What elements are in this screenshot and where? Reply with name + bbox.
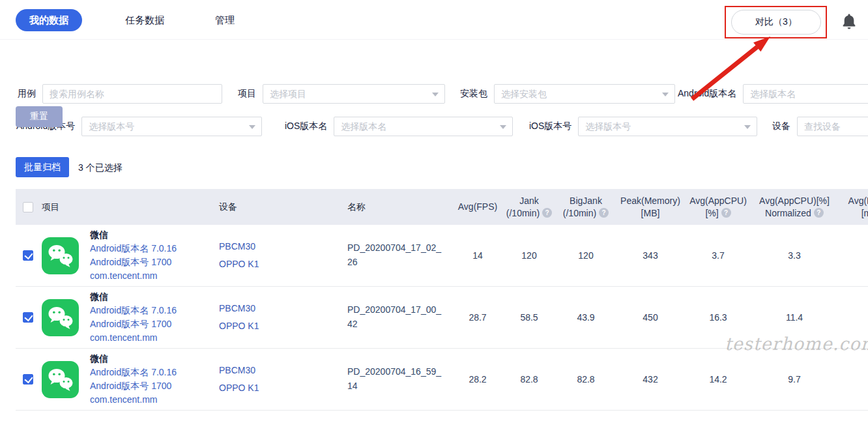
record-name-link[interactable]: PD_20200704_17_00_42 (347, 303, 452, 331)
app-title: 微信 (90, 352, 177, 366)
device-name: OPPO K1 (219, 379, 347, 397)
filter-device: 设备 (772, 117, 868, 136)
wechat-app-icon (42, 361, 79, 398)
header-metric: Avg(FPS) (452, 195, 504, 220)
metric-value: 450 (617, 312, 684, 323)
metric-value: 120 (555, 250, 617, 261)
device-cell: PBCM30 OPPO K1 (219, 300, 347, 334)
bell-icon[interactable] (841, 13, 857, 30)
tab-manage[interactable]: 管理 (215, 14, 235, 27)
results-table: 项目 设备 名称 Avg(FPS)Jank(/10min)?BigJank(/1… (16, 189, 868, 421)
metric-value: 16.3 (684, 312, 753, 323)
row-checkbox[interactable] (23, 374, 33, 385)
metric-value: 14 (452, 250, 504, 261)
android-version-code-select[interactable] (81, 117, 262, 136)
metric-value: 28.7 (452, 312, 504, 323)
app-version-name: Android版本名 7.0.16 (90, 366, 177, 379)
ios-version-name-select[interactable] (334, 117, 513, 136)
device-model: PBCM30 (219, 238, 347, 255)
table-row: 微信 Android版本名 7.0.16 Android版本号 1700 com… (16, 349, 868, 411)
filter-android-version-name: Android版本名 (678, 84, 868, 104)
filter-package: 安装包 (460, 84, 675, 104)
help-icon[interactable]: ? (721, 208, 731, 218)
header-metric: Peak(Memory)[MB] (617, 195, 684, 220)
ios-version-code-select[interactable] (578, 117, 757, 136)
filter-project-label: 项目 (238, 88, 256, 100)
wechat-app-icon (42, 299, 79, 336)
metric-value: 14.2 (684, 374, 753, 385)
metric-value: 28.2 (452, 374, 504, 385)
record-name-link[interactable]: PD_20200704_16_59_14 (347, 365, 452, 393)
navbar: 我的数据 任务数据 管理 对比（3） (0, 0, 868, 40)
app-version-code: Android版本号 1700 (90, 379, 177, 393)
metric-value: 43.9 (555, 312, 617, 323)
filter-package-label: 安装包 (460, 88, 487, 100)
metric-value: - (836, 374, 868, 385)
usecase-search-input[interactable] (42, 84, 222, 104)
help-icon[interactable]: ? (599, 208, 609, 218)
header-metric: Avg(Power)[mW] (836, 195, 868, 220)
device-model: PBCM30 (219, 362, 347, 379)
row-checkbox[interactable] (23, 312, 33, 323)
batch-archive-button[interactable]: 批量归档 (16, 157, 69, 177)
header-checkbox-cell (16, 202, 42, 212)
metric-value: 432 (617, 374, 684, 385)
help-icon[interactable]: ? (814, 208, 824, 218)
device-name: OPPO K1 (219, 255, 347, 273)
header-project: 项目 (42, 201, 219, 213)
device-search-input[interactable] (797, 117, 868, 136)
metric-value: - (836, 250, 868, 261)
app-package: com.tencent.mm (90, 393, 177, 407)
app-package: com.tencent.mm (90, 331, 177, 345)
table-row-partial: 微信 (16, 411, 868, 421)
row-checkbox[interactable] (23, 250, 33, 261)
header-metric: Avg(AppCPU)[%]Normalized? (753, 195, 836, 220)
header-name: 名称 (347, 201, 452, 213)
filter-device-label: 设备 (772, 121, 790, 132)
android-version-name-input[interactable] (743, 84, 868, 104)
metric-value: 82.8 (504, 374, 555, 385)
filter-android-version-name-label: Android版本名 (678, 88, 736, 100)
app-version-code: Android版本号 1700 (90, 317, 177, 331)
device-cell: PBCM30 OPPO K1 (219, 238, 347, 272)
filter-ios-version-name: iOS版本名 (285, 117, 513, 136)
metric-value: 3.7 (684, 250, 753, 261)
app-title: 微信 (90, 290, 177, 304)
app-version-name: Android版本名 7.0.16 (90, 304, 177, 317)
wechat-app-icon (42, 237, 79, 274)
header-metric: BigJank(/10min)? (555, 195, 617, 220)
device-name: OPPO K1 (219, 317, 347, 335)
package-select[interactable] (494, 84, 675, 104)
device-model: PBCM30 (219, 300, 347, 317)
metric-value: 11.4 (753, 312, 836, 323)
filter-panel: 用例 项目 安装包 Android版本名 Andr (0, 40, 868, 144)
record-name-link[interactable]: PD_20200704_17_02_26 (347, 241, 452, 269)
project-select[interactable] (263, 84, 445, 104)
table-toolbar: 批量归档 3 个已选择 (0, 150, 868, 182)
selected-count: 3 个已选择 (78, 162, 123, 174)
metric-value: 58.5 (504, 312, 555, 323)
help-icon[interactable]: ? (542, 208, 552, 218)
table-row: 微信 Android版本名 7.0.16 Android版本号 1700 com… (16, 225, 868, 287)
app-version-code: Android版本号 1700 (90, 255, 177, 269)
metric-value: - (836, 312, 868, 323)
app-package: com.tencent.mm (90, 269, 177, 283)
filter-usecase: 用例 (18, 84, 222, 104)
filter-usecase-label: 用例 (18, 88, 36, 100)
table-header-row: 项目 设备 名称 Avg(FPS)Jank(/10min)?BigJank(/1… (16, 189, 868, 225)
header-metric: Avg(AppCPU)[%]? (684, 195, 753, 220)
metric-value: 343 (617, 250, 684, 261)
select-all-checkbox[interactable] (23, 202, 33, 212)
table-row: 微信 Android版本名 7.0.16 Android版本号 1700 com… (16, 287, 868, 349)
tab-my-data[interactable]: 我的数据 (16, 9, 82, 31)
filter-ios-version-code-label: iOS版本号 (529, 121, 571, 132)
device-cell: PBCM30 OPPO K1 (219, 362, 347, 396)
app-version-name: Android版本名 7.0.16 (90, 242, 177, 255)
compare-button[interactable]: 对比（3） (731, 10, 821, 35)
tab-task-data[interactable]: 任务数据 (125, 14, 164, 27)
metric-value: 82.8 (555, 374, 617, 385)
reset-button[interactable]: 重置 (16, 106, 63, 127)
metric-value: 120 (504, 250, 555, 261)
header-metric: Jank(/10min)? (504, 195, 555, 220)
header-device: 设备 (219, 201, 347, 213)
